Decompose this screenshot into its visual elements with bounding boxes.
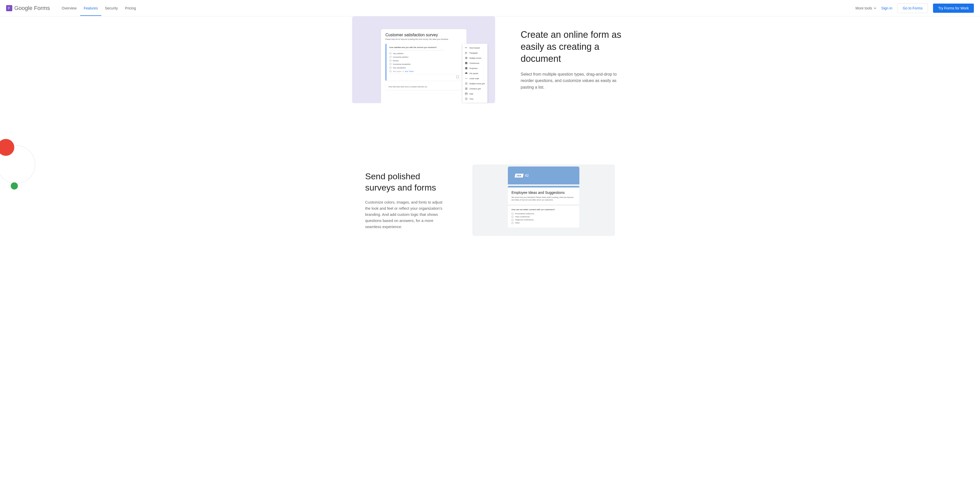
svg-rect-29 bbox=[465, 89, 466, 90]
svg-rect-28 bbox=[467, 88, 467, 89]
svg-point-21 bbox=[466, 84, 466, 85]
dropdown-item-multiple-choice: Multiple choice bbox=[463, 56, 487, 61]
linear-scale-icon bbox=[465, 77, 468, 80]
feature-body: Customize colors, images, and fonts to a… bbox=[365, 199, 447, 230]
signin-link[interactable]: Sign in bbox=[881, 6, 892, 10]
mock-option: Very satisfied bbox=[390, 53, 459, 54]
radio-icon bbox=[511, 216, 514, 218]
feature-text-polished: Send polished surveys and forms Customiz… bbox=[365, 171, 447, 230]
mock-option: Somewhat dissatisfied bbox=[390, 63, 459, 65]
dropdown-item-time: Time bbox=[463, 96, 487, 101]
logo[interactable]: Google Forms bbox=[6, 5, 50, 11]
svg-point-20 bbox=[465, 84, 466, 85]
svg-point-18 bbox=[466, 83, 466, 84]
radio-icon bbox=[511, 222, 514, 224]
radio-button-icon bbox=[465, 57, 468, 59]
svg-point-22 bbox=[467, 84, 467, 85]
more-tools-dropdown[interactable]: More tools bbox=[855, 6, 876, 10]
nav-features[interactable]: Features bbox=[80, 0, 101, 16]
checkbox-grid-icon bbox=[465, 87, 468, 90]
svg-point-12 bbox=[466, 78, 466, 79]
svg-rect-9 bbox=[465, 62, 467, 64]
radio-icon bbox=[390, 67, 391, 69]
header-actions: More tools Sign in Go to Forms Try Forms… bbox=[855, 3, 974, 13]
dropdown-item-dropdown: Dropdown bbox=[463, 65, 487, 71]
feature-heading: Create an online form as easily as creat… bbox=[521, 29, 628, 65]
radio-icon bbox=[511, 219, 514, 221]
logo-text: Google Forms bbox=[14, 5, 50, 11]
go-to-forms-button[interactable]: Go to Forms bbox=[897, 3, 928, 13]
paragraph-icon bbox=[465, 52, 468, 54]
cloud-upload-icon bbox=[465, 72, 468, 75]
svg-point-14 bbox=[465, 83, 466, 83]
ink-text: INK bbox=[514, 174, 523, 177]
radio-icon bbox=[390, 53, 391, 54]
svg-rect-3 bbox=[465, 48, 467, 48]
dropdown-item-short-answer: Short answer bbox=[463, 45, 487, 50]
try-forms-for-work-button[interactable]: Try Forms for Work bbox=[933, 3, 974, 13]
dropdown-item-checkbox-grid: Checkbox grid bbox=[463, 86, 487, 91]
radio-icon bbox=[390, 63, 391, 65]
mock-option: Other: bbox=[511, 222, 576, 224]
mock-add-option: Add option or add "Other" bbox=[390, 70, 459, 72]
more-tools-label: More tools bbox=[855, 6, 872, 10]
nav-security[interactable]: Security bbox=[101, 0, 121, 16]
svg-rect-26 bbox=[465, 88, 466, 89]
mock-form-desc: Please help Ink-42 improve by taking thi… bbox=[385, 38, 462, 40]
svg-point-17 bbox=[465, 83, 466, 84]
grid-icon bbox=[465, 82, 468, 85]
svg-rect-30 bbox=[466, 89, 466, 90]
mock-option: Personalized chatrooms bbox=[511, 213, 576, 215]
dropdown-item-checkboxes: Checkboxes bbox=[463, 61, 487, 65]
radio-icon bbox=[390, 56, 391, 58]
mock-option: Telephone conferences bbox=[511, 219, 576, 221]
clock-icon bbox=[465, 97, 468, 100]
radio-icon bbox=[390, 70, 391, 72]
svg-point-10 bbox=[465, 67, 467, 70]
mock-question-text: How can we better connect with our custo… bbox=[511, 209, 576, 211]
svg-rect-6 bbox=[465, 54, 466, 54]
feature-section-create: Customer satisfaction survey Please help… bbox=[0, 16, 980, 118]
svg-rect-27 bbox=[466, 88, 466, 89]
feature-heading: Send polished surveys and forms bbox=[365, 171, 447, 193]
svg-point-11 bbox=[465, 78, 466, 79]
mock-option: Neutral bbox=[390, 59, 459, 62]
feature-illustration-polished: INK 42 Employee Ideas and Suggestions We… bbox=[473, 164, 615, 236]
mock-form-desc: We would love your feedback! Please shar… bbox=[511, 196, 576, 201]
feature-text-create: Create an online form as easily as creat… bbox=[521, 29, 628, 91]
mock-option: Video conferences bbox=[511, 216, 576, 218]
svg-rect-0 bbox=[8, 7, 10, 7]
nav-pricing[interactable]: Pricing bbox=[121, 0, 140, 16]
svg-rect-25 bbox=[467, 88, 467, 88]
svg-rect-33 bbox=[465, 93, 467, 94]
dropdown-item-linear-scale: Linear scale bbox=[463, 76, 487, 81]
dropdown-item-multiple-choice-grid: Multiple choice grid bbox=[463, 81, 487, 86]
svg-rect-23 bbox=[465, 88, 466, 88]
mock-option: Very dissatisfied bbox=[390, 67, 459, 69]
dropdown-item-paragraph: Paragraph bbox=[463, 50, 487, 56]
mock-branded-form: INK 42 Employee Ideas and Suggestions We… bbox=[508, 166, 579, 236]
site-header: Google Forms Overview Features Security … bbox=[0, 0, 980, 16]
feature-illustration-create: Customer satisfaction survey Please help… bbox=[352, 16, 495, 103]
svg-rect-5 bbox=[465, 53, 467, 53]
feature-body: Select from multiple question types, dra… bbox=[521, 71, 628, 91]
mock-form-title: Customer satisfaction survey bbox=[385, 33, 462, 37]
google-forms-icon bbox=[6, 5, 12, 11]
svg-rect-4 bbox=[465, 52, 467, 53]
radio-icon bbox=[511, 213, 514, 215]
calendar-icon bbox=[465, 93, 468, 95]
mock-option: Somewhat satisfied bbox=[390, 56, 459, 58]
svg-rect-31 bbox=[467, 89, 467, 90]
svg-point-15 bbox=[466, 83, 466, 83]
svg-rect-1 bbox=[8, 8, 10, 8]
copy-icon bbox=[456, 76, 459, 78]
dropdown-item-date: Date bbox=[463, 91, 487, 96]
nav-overview[interactable]: Overview bbox=[58, 0, 80, 16]
radio-icon bbox=[390, 59, 391, 62]
mock-question-card: How can we better connect with our custo… bbox=[508, 206, 579, 228]
mock-form-editor: Customer satisfaction survey Please help… bbox=[381, 29, 466, 103]
mock-question-card-2: How well does each word or phrase descri… bbox=[385, 83, 462, 90]
feature-section-polished: Send polished surveys and forms Customiz… bbox=[0, 118, 980, 236]
svg-point-19 bbox=[467, 83, 467, 84]
mock-question-footer bbox=[390, 74, 459, 78]
